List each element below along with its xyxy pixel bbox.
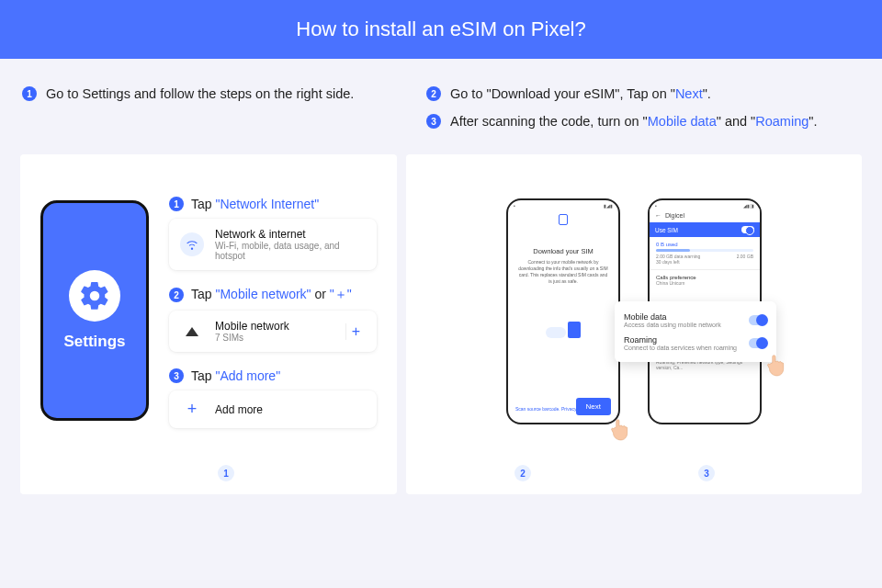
panel-phones: •▮◢▮ Download your SIM Connect to your m… — [406, 154, 862, 494]
card-sub: Wi-Fi, mobile, data usage, and hotspot — [215, 241, 366, 261]
steps-column: 1 Tap "Network Internet" Network & inter… — [169, 180, 377, 445]
lock-icon — [559, 214, 568, 225]
back-icon[interactable]: ← — [655, 212, 662, 219]
status-bar: •▮◢▮ — [508, 200, 618, 209]
toggle-overlay-card: Mobile data Access data using mobile net… — [615, 301, 776, 362]
settings-label: Settings — [63, 333, 125, 351]
badge-1-icon: 1 — [22, 86, 37, 101]
panel-badge-3: 3 — [698, 465, 715, 481]
data-cap-label: 2.00 GB — [737, 254, 753, 259]
page-header: How to install an eSIM on Pixel? — [0, 0, 882, 59]
inst3-pre: After scanning the code, turn on " — [450, 114, 648, 129]
carrier-header: ← Digicel — [650, 209, 760, 222]
panel-badge-1: 1 — [218, 465, 234, 481]
page-title: How to install an eSIM on Pixel? — [296, 17, 586, 41]
step-3-heading: 3 Tap "Add more" — [169, 368, 377, 383]
days-left-label: 30 days left — [656, 259, 753, 265]
instruction-2: 2 Go to "Download your eSIM", Tap on "Ne… — [426, 86, 860, 101]
inst2-post: ". — [703, 86, 711, 101]
wifi-icon — [180, 232, 204, 256]
inst2-pre: Go to "Download your eSIM", Tap on " — [450, 86, 675, 101]
panel-steps: Settings 1 Tap "Network Internet" Networ… — [20, 154, 397, 494]
roaming-title: Roaming — [624, 335, 737, 345]
roaming-row[interactable]: Roaming Connect to data services when ro… — [624, 332, 767, 355]
step1-pre: Tap — [191, 197, 215, 211]
step-badge-2-icon: 2 — [169, 288, 184, 302]
step2-hl2: "＋" — [330, 287, 352, 301]
use-sim-row[interactable]: Use SIM — [650, 222, 760, 237]
mobile-data-title: Mobile data — [624, 312, 721, 322]
next-button[interactable]: Next — [576, 398, 611, 415]
mobile-data-link: Mobile data — [648, 114, 717, 129]
card-sub: 7 SIMs — [215, 333, 289, 343]
badge-3-icon: 3 — [426, 114, 441, 129]
add-more-card[interactable]: + Add more — [169, 390, 377, 428]
use-sim-toggle[interactable] — [741, 226, 754, 233]
cloud-icon — [546, 327, 566, 338]
plus-icon[interactable]: + — [345, 323, 366, 340]
signal-icon — [186, 327, 198, 336]
card-title: Add more — [215, 403, 263, 416]
phone-2-frame: •▮◢▮ Download your SIM Connect to your m… — [506, 198, 620, 424]
phone-sim-settings: •◢▮◨ ← Digicel Use SIM 0 B used 2.00 GB … — [648, 198, 762, 424]
roaming-toggle[interactable] — [749, 338, 767, 348]
mobile-data-row[interactable]: Mobile data Access data using mobile net… — [624, 309, 767, 332]
step2-mid: or — [311, 287, 330, 301]
mobile-network-card[interactable]: Mobile network 7 SIMs + — [169, 311, 377, 352]
row-sub: China Unicom — [656, 280, 753, 286]
download-sub: Connect to your mobile network by downlo… — [508, 255, 618, 285]
usage-bar — [656, 249, 753, 252]
step2-hl1: "Mobile network" — [215, 287, 311, 301]
download-title: Download your SIM — [508, 247, 618, 255]
badge-2-icon: 2 — [426, 86, 441, 101]
step-badge-3-icon: 3 — [169, 368, 184, 383]
step2-pre: Tap — [191, 287, 215, 301]
cloud-sim-illustration — [508, 322, 618, 338]
roaming-link: Roaming — [755, 114, 808, 129]
status-bar: •◢▮◨ — [650, 200, 760, 209]
sim-icon — [568, 322, 581, 338]
top-instructions: 1 Go to Settings and follow the steps on… — [0, 59, 882, 154]
data-usage-section: 0 B used 2.00 GB data warning 2.00 GB 30… — [650, 237, 760, 269]
step1-highlight: "Network Internet" — [215, 197, 319, 211]
instruction-2-text: Go to "Download your eSIM", Tap on "Next… — [450, 86, 711, 101]
plus-icon: + — [180, 400, 204, 419]
mobile-data-toggle[interactable] — [749, 315, 767, 325]
step-2-heading: 2 Tap "Mobile network" or "＋" — [169, 287, 377, 303]
step-1-heading: 1 Tap "Network Internet" — [169, 197, 377, 211]
card-title: Mobile network — [215, 320, 289, 333]
roaming-sub: Connect to data services when roaming — [624, 345, 737, 351]
panels: Settings 1 Tap "Network Internet" Networ… — [0, 154, 882, 514]
instruction-3-text: After scanning the code, turn on "Mobile… — [450, 114, 817, 129]
instruction-1: 1 Go to Settings and follow the steps on… — [22, 86, 399, 101]
step3-pre: Tap — [191, 368, 215, 383]
inst3-post: ". — [808, 114, 817, 129]
carrier-name: Digicel — [665, 212, 684, 219]
panel-badge-2: 2 — [514, 465, 531, 481]
use-sim-label: Use SIM — [655, 227, 678, 233]
card-title: Network & internet — [215, 228, 366, 241]
settings-phone-illustration: Settings — [40, 200, 149, 421]
mobile-data-sub: Access data using mobile network — [624, 322, 721, 328]
gear-icon — [69, 270, 120, 322]
instruction-3: 3 After scanning the code, turn on "Mobi… — [426, 114, 860, 129]
used-label: 0 B used — [656, 242, 753, 247]
inst3-mid: " and " — [717, 114, 756, 129]
step3-highlight: "Add more" — [215, 368, 280, 383]
phone-download-sim: •▮◢▮ Download your SIM Connect to your m… — [506, 198, 620, 424]
instruction-1-text: Go to Settings and follow the steps on t… — [46, 86, 354, 101]
step-badge-1-icon: 1 — [169, 197, 184, 211]
next-link: Next — [675, 86, 703, 101]
network-internet-card[interactable]: Network & internet Wi-Fi, mobile, data u… — [169, 219, 377, 270]
calls-preference-row[interactable]: Calls preference China Unicom — [650, 269, 760, 290]
